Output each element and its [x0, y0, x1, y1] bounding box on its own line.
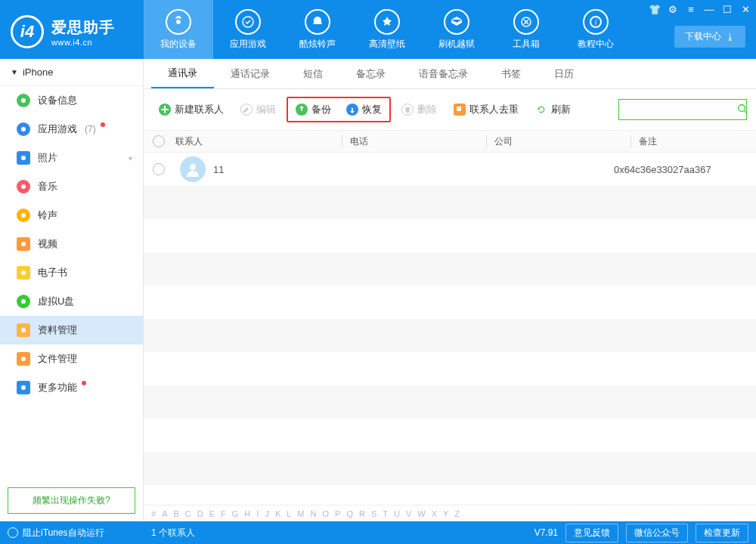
- menu-icon[interactable]: ≡: [685, 3, 697, 15]
- sidebar-item-6[interactable]: 电子书: [0, 258, 143, 287]
- select-all-checkbox[interactable]: [153, 135, 165, 147]
- alpha-R[interactable]: R: [359, 509, 365, 518]
- alpha-V[interactable]: V: [406, 509, 411, 518]
- sidebar-icon: [17, 323, 30, 337]
- alpha-#[interactable]: #: [151, 509, 156, 518]
- alpha-H[interactable]: H: [244, 509, 250, 518]
- minimize-icon[interactable]: —: [703, 3, 715, 15]
- alpha-T[interactable]: T: [383, 509, 388, 518]
- table-row: [144, 385, 756, 419]
- alpha-A[interactable]: A: [162, 509, 167, 518]
- search-icon[interactable]: [737, 104, 748, 116]
- table-header: 联系人 电话 公司 备注: [144, 130, 756, 153]
- tab-0[interactable]: 通讯录: [151, 59, 214, 88]
- tab-4[interactable]: 语音备忘录: [402, 59, 485, 88]
- search-box[interactable]: [618, 99, 747, 120]
- backup-button[interactable]: 备份: [290, 100, 337, 119]
- sidebar-item-9[interactable]: 文件管理: [0, 345, 143, 373]
- row-checkbox[interactable]: [153, 163, 165, 175]
- alpha-J[interactable]: J: [265, 509, 269, 518]
- alpha-Q[interactable]: Q: [346, 509, 353, 518]
- alpha-X[interactable]: X: [432, 509, 437, 518]
- wechat-button[interactable]: 微信公众号: [626, 524, 688, 542]
- svg-text:i: i: [595, 18, 597, 26]
- maximize-icon[interactable]: ☐: [721, 3, 733, 15]
- skin-icon[interactable]: 👕: [649, 3, 661, 15]
- sidebar-icon: [17, 180, 30, 193]
- help-link[interactable]: 频繁出现操作失败?: [8, 487, 135, 514]
- svg-rect-15: [457, 107, 461, 111]
- nav-4[interactable]: 刷机越狱: [422, 0, 491, 59]
- alpha-Z[interactable]: Z: [454, 509, 460, 518]
- nav-6[interactable]: i教程中心: [561, 0, 631, 59]
- settings-icon[interactable]: ⚙: [667, 3, 679, 15]
- alpha-G[interactable]: G: [232, 509, 239, 518]
- sidebar-item-8[interactable]: 资料管理: [0, 316, 143, 345]
- col-name[interactable]: 联系人: [175, 135, 342, 148]
- sidebar-item-7[interactable]: 虚拟U盘: [0, 287, 143, 316]
- main-panel: 通讯录通话记录短信备忘录语音备忘录书签日历 新建联系人 编辑 备份 恢复: [144, 59, 756, 521]
- update-button[interactable]: 检查更新: [696, 524, 748, 542]
- alpha-P[interactable]: P: [335, 509, 340, 518]
- sidebar-item-4[interactable]: 铃声: [0, 201, 143, 230]
- chevron-down-icon: ▾: [129, 154, 132, 162]
- nav-0[interactable]: 我的设备: [144, 0, 213, 59]
- alpha-W[interactable]: W: [417, 509, 425, 518]
- edit-button[interactable]: 编辑: [234, 100, 282, 119]
- col-note[interactable]: 备注: [639, 135, 756, 148]
- new-contact-button[interactable]: 新建联系人: [153, 100, 230, 119]
- version-label: V7.91: [534, 527, 558, 538]
- alpha-C[interactable]: C: [185, 509, 191, 518]
- refresh-button[interactable]: 刷新: [529, 100, 577, 119]
- table-row[interactable]: 110x64c36e33027aa367: [144, 153, 756, 186]
- tab-5[interactable]: 书签: [485, 59, 538, 88]
- alpha-E[interactable]: E: [209, 509, 215, 518]
- alpha-M[interactable]: M: [297, 509, 304, 518]
- sidebar-icon: [17, 266, 30, 280]
- notification-dot: [82, 381, 86, 385]
- avatar-icon: [180, 156, 206, 182]
- nav-icon: [513, 9, 539, 35]
- alpha-F[interactable]: F: [221, 509, 226, 518]
- sidebar-item-3[interactable]: 音乐: [0, 172, 143, 201]
- alpha-U[interactable]: U: [394, 509, 400, 518]
- alpha-B[interactable]: B: [173, 509, 178, 518]
- sidebar-item-5[interactable]: 视频: [0, 230, 143, 258]
- alpha-N[interactable]: N: [311, 509, 317, 518]
- col-phone[interactable]: 电话: [350, 135, 486, 148]
- alpha-I[interactable]: I: [256, 509, 259, 518]
- itunes-toggle[interactable]: 阻止iTunes自动运行: [8, 527, 144, 539]
- nav-1[interactable]: 应用游戏: [213, 0, 283, 59]
- tab-1[interactable]: 通话记录: [214, 59, 287, 88]
- close-icon[interactable]: ✕: [739, 3, 751, 15]
- alpha-L[interactable]: L: [287, 509, 291, 518]
- tab-2[interactable]: 短信: [287, 59, 339, 88]
- alpha-Y[interactable]: Y: [443, 509, 448, 518]
- sidebar-icon: [17, 352, 30, 366]
- tab-6[interactable]: 日历: [538, 59, 590, 88]
- nav-icon: i: [583, 9, 609, 35]
- delete-button[interactable]: 删除: [395, 100, 443, 119]
- col-company[interactable]: 公司: [494, 135, 631, 148]
- restore-button[interactable]: 恢复: [340, 100, 388, 119]
- nav-icon: [166, 9, 191, 35]
- sidebar-item-2[interactable]: 照片▾: [0, 144, 143, 172]
- svg-point-18: [190, 164, 196, 170]
- sidebar-item-10[interactable]: 更多功能: [0, 373, 143, 402]
- alpha-D[interactable]: D: [197, 509, 203, 518]
- alpha-S[interactable]: S: [371, 509, 376, 518]
- alpha-O[interactable]: O: [322, 509, 329, 518]
- dedupe-button[interactable]: 联系人去重: [448, 100, 525, 119]
- sidebar-item-1[interactable]: 应用游戏(7): [0, 115, 143, 144]
- nav-3[interactable]: 高清壁纸: [352, 0, 422, 59]
- sidebar-item-0[interactable]: 设备信息: [0, 86, 143, 115]
- nav-5[interactable]: 工具箱: [491, 0, 561, 59]
- tab-3[interactable]: 备忘录: [339, 59, 402, 88]
- feedback-button[interactable]: 意见反馈: [565, 524, 618, 542]
- alpha-K[interactable]: K: [275, 509, 280, 518]
- search-input[interactable]: [624, 104, 737, 115]
- download-center-button[interactable]: 下载中心 ⭳: [674, 26, 745, 48]
- nav-icon: [444, 9, 469, 35]
- nav-2[interactable]: 酷炫铃声: [283, 0, 352, 59]
- device-selector[interactable]: ▼ iPhone: [0, 59, 143, 86]
